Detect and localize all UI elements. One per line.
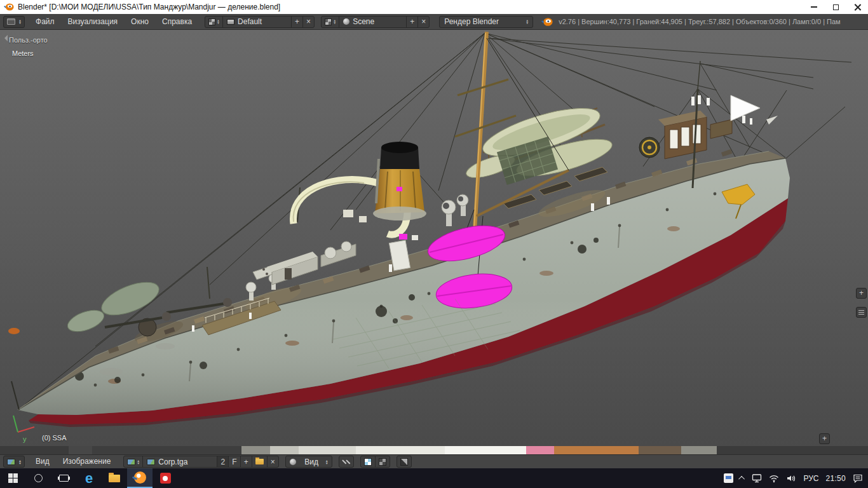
fake-user-button[interactable]: F <box>228 456 240 468</box>
search-button[interactable] <box>25 468 51 488</box>
scene-delete-button[interactable]: × <box>417 16 430 28</box>
layout-add-button[interactable]: + <box>291 16 303 28</box>
window-title: Blender* [D:\МОИ МОДЕЛИ\USSA\Тип Манджур… <box>18 3 280 11</box>
speaker-icon <box>786 474 796 483</box>
draw-channel-alpha-button[interactable] <box>375 456 390 468</box>
start-button[interactable] <box>0 468 25 488</box>
volume-tray-button[interactable] <box>786 474 796 483</box>
draw-channel-color-button[interactable] <box>360 456 376 468</box>
wifi-icon <box>769 474 779 483</box>
image-editor-header: Вид Изображение Corp.tga 2 F + × Вид <box>0 454 868 468</box>
uv-view-menu[interactable]: Вид <box>285 456 332 468</box>
notification-icon <box>853 474 863 483</box>
layout-browse-button[interactable] <box>205 16 223 28</box>
system-tray: РУС 21:50 <box>724 473 868 483</box>
close-button[interactable] <box>846 0 868 14</box>
image-editor-icon <box>7 459 15 465</box>
blender-app-icon <box>4 3 14 11</box>
uv-view-selector: Вид <box>286 456 332 468</box>
3d-viewport[interactable]: Польз.-орто Meters (0) SSA y + + <box>0 30 868 446</box>
image-editor-canvas[interactable] <box>0 446 868 454</box>
funnel[interactable] <box>373 142 426 220</box>
image-browse-button[interactable] <box>123 456 143 468</box>
image-users-count[interactable]: 2 <box>217 456 229 468</box>
expand-icon <box>342 458 350 466</box>
display-tray-button[interactable] <box>752 473 762 483</box>
browse-image-icon <box>127 459 135 465</box>
curve-icon <box>400 458 408 466</box>
menu-file[interactable]: Файл <box>29 16 61 28</box>
browse-layouts-icon <box>208 18 215 25</box>
axis-gizmo: y <box>4 409 44 444</box>
task-view-button[interactable] <box>51 468 76 488</box>
chevron-updown-icon <box>19 459 21 464</box>
chevron-updown-icon <box>334 19 336 24</box>
active-object-label: (0) SSA <box>42 434 67 442</box>
maximize-button[interactable] <box>825 0 846 14</box>
layout-name-field[interactable]: Default <box>222 16 292 28</box>
panel-list-button[interactable] <box>856 307 867 318</box>
ship-model[interactable] <box>0 30 868 446</box>
monitor-icon <box>752 473 762 483</box>
media-app-button[interactable] <box>153 468 178 488</box>
blender-icon <box>134 471 146 484</box>
scene-name-field[interactable]: Scene <box>339 16 407 28</box>
folder-icon <box>109 475 120 482</box>
browse-scenes-icon <box>325 18 332 25</box>
blender-logo-icon <box>541 17 553 27</box>
folder-icon <box>255 459 264 464</box>
close-icon <box>854 4 861 11</box>
uv-menu-image[interactable]: Изображение <box>57 456 118 468</box>
tray-expand-button[interactable] <box>740 476 745 480</box>
aft-deckhouse[interactable] <box>639 111 732 159</box>
clock[interactable]: 21:50 <box>825 474 846 483</box>
bow-details <box>8 328 20 410</box>
chevron-updown-icon <box>217 19 219 24</box>
scene-browse-button[interactable] <box>321 16 339 28</box>
chevron-updown-icon <box>526 19 528 24</box>
menu-window[interactable]: Окно <box>125 16 155 28</box>
blender-window: Blender* [D:\МОИ МОДЕЛИ\USSA\Тип Манджур… <box>0 0 868 488</box>
language-indicator[interactable]: РУС <box>803 474 818 483</box>
minimize-button[interactable] <box>803 0 825 14</box>
info-editor-icon <box>7 18 15 25</box>
windows-taskbar: e РУС 21:50 <box>0 468 868 488</box>
axis-y-label: y <box>23 435 27 443</box>
render-engine-value: Рендер Blender <box>444 17 499 26</box>
network-tray-button[interactable] <box>769 474 779 483</box>
blender-taskbar-button[interactable] <box>127 468 153 488</box>
new-image-button[interactable]: + <box>240 456 252 468</box>
scene-name: Scene <box>353 17 402 26</box>
menu-render[interactable]: Визуализация <box>62 16 125 28</box>
scene-statistics: v2.76 | Вершин:40,773 | Граней:44,905 | … <box>559 18 865 25</box>
image-icon <box>147 459 155 465</box>
image-editor-type-selector[interactable] <box>3 456 25 468</box>
media-app-icon <box>160 473 171 484</box>
scene-add-button[interactable]: + <box>406 16 418 28</box>
open-image-button[interactable] <box>252 456 268 468</box>
uv-menu-view[interactable]: Вид <box>29 456 56 468</box>
chevron-up-icon <box>739 476 745 482</box>
alpha-checker-icon <box>379 458 386 466</box>
chevron-updown-icon <box>326 459 328 464</box>
editor-type-selector[interactable] <box>3 16 25 28</box>
screen-layout-selector: Default + × <box>205 16 315 28</box>
scene-selector: Scene + × <box>322 16 430 28</box>
scopes-button[interactable] <box>397 456 412 468</box>
maximize-area-button[interactable] <box>339 456 354 468</box>
file-explorer-button[interactable] <box>102 468 127 488</box>
layout-name: Default <box>238 17 287 26</box>
menu-help[interactable]: Справка <box>156 16 198 28</box>
edge-taskbar-button[interactable]: e <box>76 468 102 488</box>
layout-delete-button[interactable]: × <box>302 16 315 28</box>
add-region-button[interactable]: + <box>819 433 830 444</box>
image-name-field[interactable]: Corp.tga <box>142 456 217 468</box>
hidden-tray-app-button[interactable] <box>724 473 733 483</box>
toolshelf-expand-icon[interactable] <box>1 35 8 41</box>
render-engine-select[interactable]: Рендер Blender <box>439 16 533 28</box>
properties-panel-expand-button[interactable]: + <box>856 288 867 299</box>
info-editor-header: Файл Визуализация Окно Справка Default +… <box>0 14 868 30</box>
unlink-image-button[interactable]: × <box>267 456 279 468</box>
screen-layout-icon <box>227 19 234 25</box>
action-center-button[interactable] <box>853 474 863 483</box>
